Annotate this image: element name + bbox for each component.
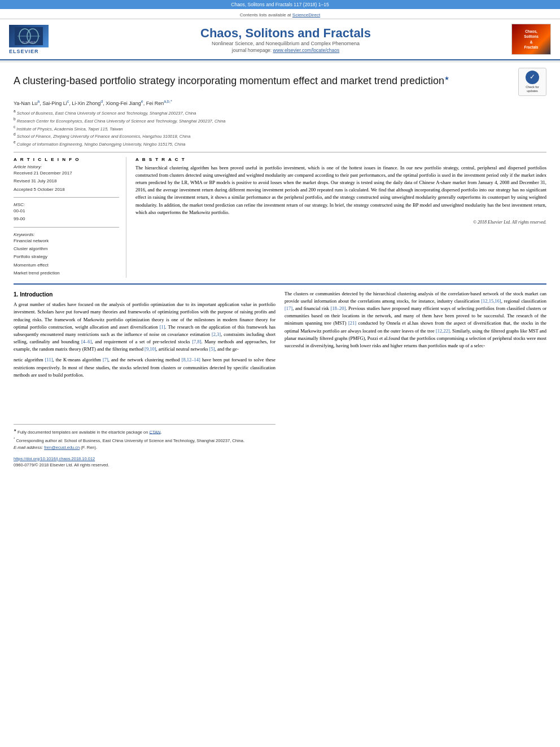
ref-11: [11] bbox=[45, 357, 53, 362]
ref-7b: [7] bbox=[103, 357, 108, 362]
received-date: Received 21 December 2017 bbox=[14, 169, 119, 177]
affiliation-e: e College of Information Engineering, Ni… bbox=[14, 139, 546, 147]
abstract-text: The hierarchical clustering algorithm ha… bbox=[135, 164, 546, 216]
author-4: Xiong-Fei Jiange bbox=[106, 101, 143, 106]
article-info-abstract-section: A R T I C L E I N F O Article history: R… bbox=[14, 157, 546, 278]
elsevier-logo-box: ELSEVIER bbox=[9, 25, 49, 47]
affiliation-a: a School of Business, East China Univers… bbox=[14, 108, 546, 116]
affiliation-d: d School of Finance, Zhejiang University… bbox=[14, 132, 546, 139]
ref-9-10: [9,10] bbox=[145, 346, 156, 352]
footnote-email: E-mail address: fren@ecust.edu.cn (F. Re… bbox=[14, 444, 275, 451]
keywords-label: Keywords: bbox=[14, 232, 119, 237]
msc-code-1: 00-01 bbox=[14, 207, 119, 215]
homepage-url[interactable]: www.elsevier.com/locate/chaos bbox=[273, 47, 340, 53]
journal-header: ELSEVIER ELSEVIER Chaos, Solitons and Fr… bbox=[0, 19, 560, 60]
doi-rights: 0960-0779/© 2018 Elsevier Ltd. All right… bbox=[14, 462, 275, 469]
ref-17: [17] bbox=[285, 305, 292, 311]
author-5: Fei Rena,b,* bbox=[146, 101, 172, 106]
journal-reference-bar: Chaos, Solitons and Fractals 117 (2018) … bbox=[0, 0, 560, 9]
ref-8-12-14: [8,12–14] bbox=[182, 357, 200, 362]
check-updates-label: Check forupdates bbox=[526, 85, 539, 93]
keyword-5: Market trend prediction bbox=[14, 269, 119, 277]
elsevier-text: ELSEVIER bbox=[9, 49, 39, 54]
msc-codes: 00-01 99-00 bbox=[14, 207, 119, 224]
article-title-text: A clustering-based portfolio strategy in… bbox=[14, 75, 444, 86]
accepted-date: Accepted 5 October 2018 bbox=[14, 186, 119, 194]
elsevier-logo: ELSEVIER ELSEVIER bbox=[9, 25, 60, 54]
footnotes: ★ Fully documented templates are availab… bbox=[14, 424, 275, 451]
author-2: Sai-Ping Lic bbox=[42, 101, 69, 106]
ref-4-6: [4–6] bbox=[81, 339, 91, 344]
abstract-column: A B S T R A C T The hierarchical cluster… bbox=[135, 157, 546, 278]
authors-line: Ya-Nan Lua, Sai-Ping Lic, Li-Xin Zhongd,… bbox=[14, 99, 546, 106]
section1-number: 1. bbox=[14, 291, 18, 298]
article-info-column: A R T I C L E I N F O Article history: R… bbox=[14, 157, 126, 278]
email-link[interactable]: fren@ecust.edu.cn bbox=[44, 445, 80, 450]
main-content: A clustering-based portfolio strategy in… bbox=[0, 62, 560, 474]
sciencedirect-link[interactable]: ScienceDirect bbox=[292, 12, 320, 18]
keyword-2: Cluster algorithm bbox=[14, 245, 119, 253]
revised-date: Revised 31 July 2018 bbox=[14, 177, 119, 185]
title-footnote-marker: ★ bbox=[444, 75, 449, 81]
doi-link[interactable]: https://doi.org/10.1016/j.chaos.2018.10.… bbox=[14, 456, 95, 461]
footnote-asterisk: * Corresponding author at: School of Bus… bbox=[14, 436, 275, 444]
ref-1: [1] bbox=[160, 324, 165, 330]
journal-header-center: Chaos, Solitons and Fractals Nonlinear S… bbox=[60, 26, 511, 53]
author-3: Li-Xin Zhongd bbox=[72, 101, 103, 106]
ref-7-8: [7,8] bbox=[192, 339, 201, 344]
body-para-1: A great number of studies have focused o… bbox=[14, 301, 275, 353]
body-section: 1. Introduction A great number of studie… bbox=[14, 283, 546, 469]
affiliations: a School of Business, East China Univers… bbox=[14, 108, 546, 147]
abstract-copyright: © 2018 Elsevier Ltd. All rights reserved… bbox=[135, 220, 546, 225]
ref-12-22: [12,22] bbox=[436, 328, 450, 334]
check-updates-badge: ✓ Check forupdates bbox=[518, 68, 546, 96]
homepage-label: journal homepage: bbox=[232, 47, 272, 53]
body-two-col: 1. Introduction A great number of studie… bbox=[14, 290, 546, 469]
msc-label: MSC: bbox=[14, 202, 119, 207]
ref-18-20: [18–20] bbox=[330, 305, 345, 311]
ref-2-3: [2,3] bbox=[212, 331, 221, 337]
section1-title: Introduction bbox=[20, 291, 53, 298]
footnote-star: ★ Fully documented templates are availab… bbox=[14, 428, 275, 435]
svg-text:ELSEVIER: ELSEVIER bbox=[22, 41, 36, 44]
body-col-left: 1. Introduction A great number of studie… bbox=[14, 290, 275, 469]
history-label: Article history: bbox=[14, 164, 119, 169]
journal-homepage: journal homepage: www.elsevier.com/locat… bbox=[60, 47, 511, 53]
affiliation-b: b Research Center for Econophysics, East… bbox=[14, 116, 546, 124]
journal-subtitle: Nonlinear Science, and Nonequilibrium an… bbox=[60, 41, 511, 46]
keyword-1: Financial network bbox=[14, 237, 119, 245]
ref-5b: [5] bbox=[209, 346, 215, 352]
contents-label: Contents lists available at bbox=[240, 12, 291, 18]
keyword-4: Momentum effect bbox=[14, 261, 119, 269]
header-divider bbox=[14, 152, 546, 152]
dates-divider bbox=[14, 197, 119, 198]
check-updates-icon: ✓ bbox=[526, 71, 539, 84]
journal-title: Chaos, Solitons and Fractals bbox=[60, 26, 511, 41]
msc-divider bbox=[14, 227, 119, 228]
ref-12-15-16: [12,15,16] bbox=[481, 298, 501, 304]
ctan-link[interactable]: CTAN bbox=[150, 429, 161, 434]
ref-21: [21] bbox=[348, 320, 356, 326]
article-title: A clustering-based portfolio strategy in… bbox=[14, 75, 514, 88]
journal-reference-text: Chaos, Solitons and Fractals 117 (2018) … bbox=[231, 2, 329, 7]
body-para-1-cont: netic algorithm [11], the K-means algori… bbox=[14, 356, 275, 379]
article-dates: Received 21 December 2017 Revised 31 Jul… bbox=[14, 169, 119, 194]
journal-thumbnail: Chaos,Solitons&Fractals bbox=[511, 24, 551, 55]
keywords-section: Keywords: Financial network Cluster algo… bbox=[14, 232, 119, 278]
author-1: Ya-Nan Lua bbox=[14, 101, 40, 106]
section1-heading: 1. Introduction bbox=[14, 290, 275, 299]
msc-code-2: 99-00 bbox=[14, 215, 119, 223]
abstract-header: A B S T R A C T bbox=[135, 157, 546, 162]
body-col-right: The clusters or communities detected by … bbox=[285, 290, 546, 469]
contents-bar: Contents lists available at ScienceDirec… bbox=[0, 11, 560, 19]
doi-section: https://doi.org/10.1016/j.chaos.2018.10.… bbox=[14, 456, 275, 462]
body-para-2: The clusters or communities detected by … bbox=[285, 290, 546, 350]
article-info-header: A R T I C L E I N F O bbox=[14, 157, 119, 162]
keyword-3: Portfolio strategy bbox=[14, 253, 119, 261]
msc-section: MSC: 00-01 99-00 bbox=[14, 202, 119, 224]
affiliation-c: c Institute of Physics, Academia Sinica,… bbox=[14, 124, 546, 132]
